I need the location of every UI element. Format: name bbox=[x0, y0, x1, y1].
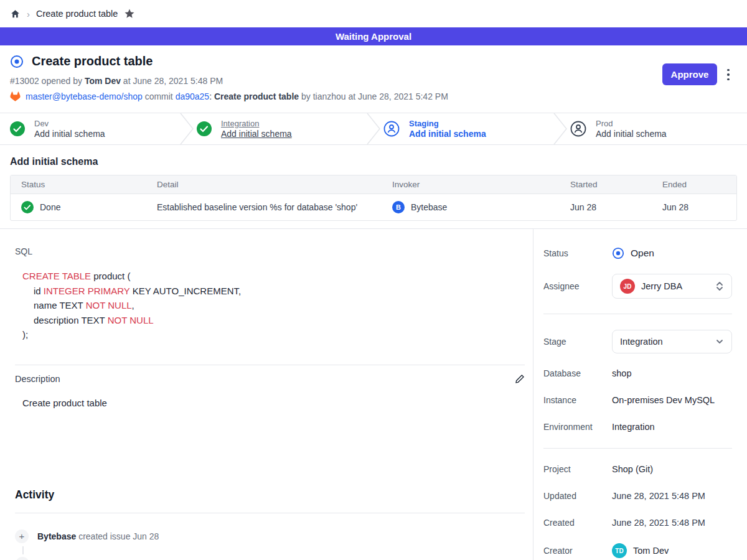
creator-label: Creator bbox=[543, 546, 612, 556]
next-activity-icon bbox=[16, 557, 29, 560]
pipeline-stages: DevAdd initial schema IntegrationAdd ini… bbox=[0, 113, 747, 145]
plus-circle-icon: + bbox=[15, 530, 29, 543]
gitlab-icon bbox=[10, 91, 21, 101]
assignee-label: Assignee bbox=[543, 281, 612, 291]
description-content[interactable]: Create product table bbox=[22, 398, 525, 408]
commit-hash-link[interactable]: da90a25 bbox=[176, 91, 210, 101]
description-label: Description bbox=[15, 374, 60, 384]
activity-title: Activity bbox=[15, 488, 525, 502]
updated-value: June 28, 2021 5:48 PM bbox=[612, 491, 732, 501]
more-actions-menu-icon[interactable] bbox=[723, 66, 733, 83]
breadcrumb-page-title: Create product table bbox=[36, 9, 118, 19]
chevron-down-icon bbox=[715, 337, 724, 346]
star-icon[interactable] bbox=[124, 8, 135, 19]
updated-label: Updated bbox=[543, 491, 612, 501]
database-label: Database bbox=[543, 368, 612, 378]
creator-avatar: TD bbox=[612, 543, 627, 558]
status-banner: Waiting Approval bbox=[0, 27, 747, 45]
bytebase-avatar: B bbox=[392, 201, 405, 213]
issue-body: SQL CREATE TABLE product ( id INTEGER PR… bbox=[0, 229, 533, 560]
stage-integration[interactable]: IntegrationAdd initial schema bbox=[187, 113, 374, 144]
activity-item: + Bytebase created issue Jun 28 bbox=[15, 530, 525, 543]
person-circle-icon bbox=[383, 121, 400, 137]
commit-message: Create product table bbox=[214, 91, 299, 101]
task-started: Jun 28 bbox=[560, 202, 652, 212]
task-invoker: Bytebase bbox=[411, 202, 447, 212]
stage-select[interactable]: Integration bbox=[612, 330, 732, 353]
status-value: Open bbox=[631, 248, 654, 259]
chevron-up-down-icon bbox=[715, 281, 724, 292]
issue-meta: #13002 opened by Tom Dev at June 28, 202… bbox=[10, 76, 737, 86]
assignee-avatar: JD bbox=[620, 279, 635, 294]
stage-separator bbox=[180, 113, 194, 144]
environment-label: Environment bbox=[543, 422, 612, 432]
task-status: Done bbox=[40, 202, 60, 212]
project-value[interactable]: Shop (Git) bbox=[612, 464, 732, 474]
stage-separator bbox=[367, 113, 380, 144]
opened-by-user: Tom Dev bbox=[85, 76, 121, 86]
divider bbox=[15, 365, 525, 365]
sql-label: SQL bbox=[15, 246, 525, 256]
task-table-header: Status Detail Invoker Started Ended bbox=[11, 175, 736, 194]
check-circle-icon bbox=[10, 121, 25, 136]
divider bbox=[543, 314, 732, 314]
task-ended: Jun 28 bbox=[652, 202, 736, 212]
task-table: Status Detail Invoker Started Ended Done… bbox=[10, 175, 737, 221]
status-open-icon bbox=[612, 247, 624, 259]
stage-separator bbox=[553, 113, 567, 144]
project-label: Project bbox=[543, 464, 612, 474]
stage-prod[interactable]: ProdAdd initial schema bbox=[560, 113, 747, 144]
created-value: June 28, 2021 5:48 PM bbox=[612, 518, 732, 528]
home-icon[interactable] bbox=[10, 9, 21, 19]
approve-button[interactable]: Approve bbox=[662, 63, 717, 85]
breadcrumb: › Create product table bbox=[0, 0, 747, 27]
task-section: Add initial schema Status Detail Invoker… bbox=[0, 145, 747, 221]
divider bbox=[15, 513, 525, 513]
created-label: Created bbox=[543, 518, 612, 528]
stage-label: Stage bbox=[543, 337, 612, 347]
edit-pencil-icon[interactable] bbox=[515, 374, 525, 384]
issue-open-icon bbox=[10, 55, 24, 68]
assignee-select[interactable]: JD Jerry DBA bbox=[612, 274, 732, 299]
instance-label: Instance bbox=[543, 395, 612, 405]
task-detail: Established baseline version %s for data… bbox=[146, 202, 382, 212]
instance-value[interactable]: On-premises Dev MySQL bbox=[612, 395, 732, 405]
database-value[interactable]: shop bbox=[612, 368, 732, 378]
page-title: Create product table bbox=[32, 54, 153, 68]
creator-value[interactable]: Tom Dev bbox=[633, 546, 669, 556]
check-circle-icon bbox=[21, 201, 34, 213]
chevron-right-icon: › bbox=[27, 9, 30, 19]
commit-line: master@bytebase-demo/shop commit da90a25… bbox=[10, 91, 737, 101]
assignee-value: Jerry DBA bbox=[641, 281, 682, 291]
divider bbox=[543, 448, 732, 449]
timeline-connector bbox=[22, 546, 24, 554]
task-title: Add initial schema bbox=[10, 156, 737, 167]
task-table-row[interactable]: Done Established baseline version %s for… bbox=[11, 194, 736, 220]
status-label: Status bbox=[543, 248, 612, 258]
issue-sidebar: Status Open Assignee JD Jerry DBA Stage bbox=[533, 229, 747, 560]
stage-dev[interactable]: DevAdd initial schema bbox=[0, 113, 187, 144]
sql-code: CREATE TABLE product ( id INTEGER PRIMAR… bbox=[22, 269, 525, 342]
stage-value: Integration bbox=[620, 337, 663, 347]
stage-staging[interactable]: StagingAdd initial schema bbox=[374, 113, 560, 144]
environment-value[interactable]: Integration bbox=[612, 422, 732, 432]
check-circle-icon bbox=[197, 121, 212, 136]
person-circle-icon bbox=[570, 121, 586, 137]
issue-header: Create product table #13002 opened by To… bbox=[0, 45, 747, 113]
branch-repo-link[interactable]: master@bytebase-demo/shop bbox=[26, 91, 143, 101]
